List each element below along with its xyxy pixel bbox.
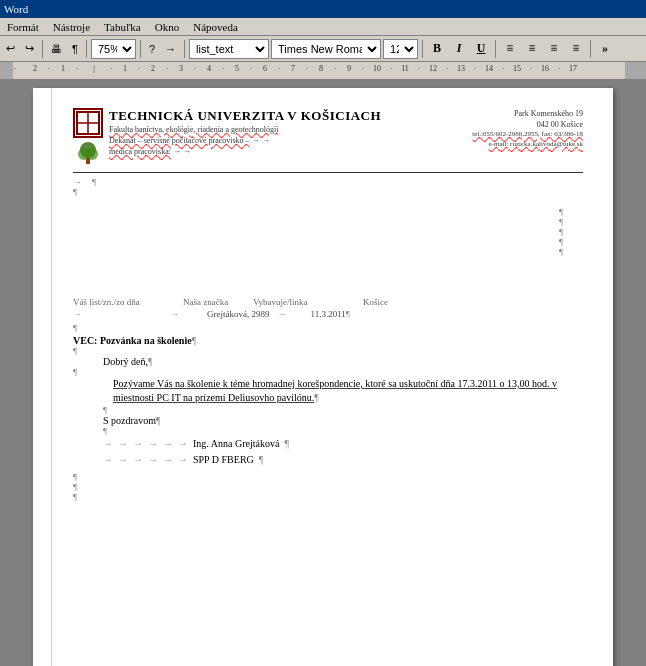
phone-line: tel.:055/602-2980,2955, fax: 63/386-18 — [472, 130, 583, 140]
para-marks-1: →¶ — [73, 177, 583, 187]
greeting-text: Dobrý deň, — [103, 356, 148, 367]
para-mark-3: ¶ — [73, 323, 583, 333]
align-center-button[interactable]: ≡ — [522, 39, 542, 59]
menu-window[interactable]: Okno — [152, 21, 182, 33]
arrow-button[interactable]: → — [161, 39, 180, 59]
col-header-2: Naša značka — [183, 297, 253, 307]
faculty-line2: Dekanát – servisné počítačové pracovisko… — [109, 135, 381, 146]
para-mark-4: ¶ — [73, 346, 583, 356]
spacer-1 — [73, 257, 583, 297]
empty-lines: ¶ ¶ ¶ ¶ ¶ — [73, 207, 583, 257]
print-button[interactable]: 🖶 — [47, 39, 66, 59]
title-bar: Word — [0, 0, 646, 18]
size-select[interactable]: 12 — [383, 39, 418, 59]
addr-name: Grejtáková, 2989 — [207, 309, 269, 319]
menu-bar: Formát Nástroje Tabuľka Okno Nápoveda — [0, 18, 646, 36]
align-right-button[interactable]: ≡ — [544, 39, 564, 59]
address-line2: 042 00 Košice — [472, 119, 583, 130]
para-mark-5: ¶ — [73, 367, 583, 377]
ruler: · 2 · 1 · | · 1 · 2 · 3 · 4 · 5 · 6 · 7 … — [0, 62, 646, 80]
toolbar-sep-7 — [590, 40, 591, 58]
document-area[interactable]: TECHNICKÁ UNIVERZITA V KOŠICIACH Fakulta… — [0, 80, 646, 666]
university-name: TECHNICKÁ UNIVERZITA V KOŠICIACH — [109, 108, 381, 124]
sig-name: Ing. Anna Grejtáková — [193, 436, 279, 452]
arrow-addr-3: → — [277, 309, 286, 319]
toolbar: ↩ ↪ 🖶 ¶ 75% ? → list_text Times New Roma… — [0, 36, 646, 62]
addr-date: 11.3.2011¶ — [310, 309, 349, 319]
arrow-addr-2: → — [170, 309, 179, 319]
sig-dept: SPP D FBERG — [193, 452, 254, 468]
ruler-numbers: · 2 · 1 · | · 1 · 2 · 3 · 4 · 5 · 6 · 7 … — [0, 64, 646, 73]
tree-decoration — [74, 140, 102, 168]
help-button[interactable]: ? — [145, 39, 159, 59]
italic-button[interactable]: I — [449, 39, 469, 59]
undo-button[interactable]: ↩ — [2, 39, 19, 59]
toolbar-sep-5 — [422, 40, 423, 58]
faculty-line3: medica pracoviska: → → — [109, 146, 381, 157]
subject-line: VEC: Pozvánka na školenie¶ — [73, 335, 583, 346]
zoom-select[interactable]: 75% — [91, 39, 136, 59]
para-mark-8: ¶ — [73, 472, 583, 482]
menu-format[interactable]: Formát — [4, 21, 42, 33]
greeting-line: Dobrý deň,¶ — [103, 356, 583, 367]
bold-button[interactable]: B — [427, 39, 447, 59]
letterhead: TECHNICKÁ UNIVERZITA V KOŠICIACH Fakulta… — [73, 108, 583, 173]
para-mark-2: ¶ — [73, 187, 583, 197]
font-select[interactable]: Times New Roman — [271, 39, 381, 59]
svg-rect-6 — [86, 158, 90, 164]
signature-area: → → → → → → Ing. Anna Grejtáková¶ → → → … — [103, 436, 583, 468]
address-row: → → Grejtáková, 2989 → 11.3.2011¶ — [73, 309, 583, 319]
align-justify-button[interactable]: ≡ — [566, 39, 586, 59]
app-title: Word — [4, 3, 28, 15]
toolbar-sep-2 — [86, 40, 87, 58]
margin-line — [51, 88, 52, 666]
body-text: Pozývame Vás na školenie k téme hromadne… — [113, 377, 583, 405]
toolbar-sep-4 — [184, 40, 185, 58]
style-select[interactable]: list_text — [189, 39, 269, 59]
letterhead-right: Park Komenského 19 042 00 Košice tel.:05… — [472, 108, 583, 150]
closing-text: S pozdravom — [103, 415, 156, 426]
menu-tools[interactable]: Nástroje — [50, 21, 93, 33]
address-headers: Váš list/zn./zo dňa Naša značka Vybavuje… — [73, 297, 583, 307]
sig-row-2: → → → → → → SPP D FBERG¶ — [103, 452, 583, 468]
subject-text: VEC: Pozvánka na školenie — [73, 335, 192, 346]
university-logo — [73, 108, 103, 138]
menu-help[interactable]: Nápoveda — [190, 21, 241, 33]
align-left-button[interactable]: ≡ — [500, 39, 520, 59]
faculty-info: Fakulta baníctva, ekológie, riadenia a g… — [109, 124, 381, 158]
email-line: e-mail: ruzicka.kalivoda@tuke.sk — [472, 140, 583, 150]
sig-row-1: → → → → → → Ing. Anna Grejtáková¶ — [103, 436, 583, 452]
para-mark-9: ¶ — [73, 482, 583, 492]
page: TECHNICKÁ UNIVERZITA V KOŠICIACH Fakulta… — [33, 88, 613, 666]
paragraph-button[interactable]: ¶ — [68, 39, 82, 59]
underline-button[interactable]: U — [471, 39, 491, 59]
para-mark-10: ¶ — [73, 492, 583, 502]
col-header-4: Košice — [363, 297, 443, 307]
redo-button[interactable]: ↪ — [21, 39, 38, 59]
para-mark-6: ¶ — [103, 405, 583, 415]
letterhead-left: TECHNICKÁ UNIVERZITA V KOŠICIACH Fakulta… — [73, 108, 381, 168]
menu-table[interactable]: Tabuľka — [101, 21, 144, 33]
toolbar-sep-6 — [495, 40, 496, 58]
para-mark-7: ¶ — [103, 426, 583, 436]
arrow-2: → → — [173, 147, 191, 156]
ruler-content: · 2 · 1 · | · 1 · 2 · 3 · 4 · 5 · 6 · 7 … — [0, 62, 646, 79]
address-line1: Park Komenského 19 — [472, 108, 583, 119]
letterhead-text: TECHNICKÁ UNIVERZITA V KOŠICIACH Fakulta… — [109, 108, 381, 158]
col-header-1: Váš list/zn./zo dňa — [73, 297, 183, 307]
arrow-addr-1: → — [73, 309, 82, 319]
col-header-3: Vybavuje/linka — [253, 297, 363, 307]
more-button[interactable]: » — [595, 39, 615, 59]
body-content: Pozývame Vás na školenie k téme hromadne… — [113, 378, 557, 403]
toolbar-sep-1 — [42, 40, 43, 58]
faculty-line1: Fakulta baníctva, ekológie, riadenia a g… — [109, 124, 381, 135]
arrow-1: → → — [252, 136, 270, 145]
closing-line: S pozdravom¶ — [103, 415, 583, 426]
toolbar-sep-3 — [140, 40, 141, 58]
